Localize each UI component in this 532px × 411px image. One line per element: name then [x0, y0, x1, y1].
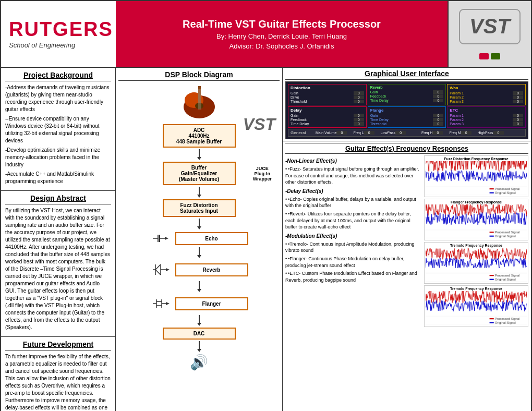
gui-waa-p2-label: Param 2	[450, 95, 463, 99]
gui-reverb-panel: Reverb Gain 0 Feedback 0 Time Delay 0	[368, 84, 446, 105]
gui-dist-gain: Gain 0	[291, 91, 364, 95]
future-body-text: To further improve the flexibility of th…	[5, 353, 111, 411]
freq-section: Guitar Effect(s) Frequency Responses -No…	[283, 141, 531, 329]
svg-marker-13	[165, 237, 168, 240]
gui-lowpass: LowPass 0	[381, 131, 406, 135]
dsp-block-diagram-title: DSP Block Diagram	[118, 70, 280, 81]
fuzz-desc: •Fuzz- Saturates input signal before goi…	[285, 166, 421, 186]
gui-fh-val: 0	[432, 131, 443, 135]
freq-title: Guitar Effect(s) Frequency Responses	[285, 143, 528, 154]
etc-chart-canvas	[426, 291, 527, 325]
middle-column: DSP Block Diagram VST	[116, 68, 283, 411]
gui-freq-h: Freq H 0	[421, 131, 443, 135]
gui-rev-td-label: Time Delay	[370, 99, 389, 102]
design-abstract-title: Design Abstract	[5, 194, 111, 204]
flanger-chart-title: Flanger Frequency Response	[426, 200, 527, 204]
gui-row-1: Distortion Gain 0 Drive 0 Threshold 0	[288, 84, 526, 105]
fuzz-chart-canvas	[426, 161, 527, 195]
gui-main-volume: Main Volume 0	[316, 131, 347, 135]
gui-del-timedelay: Time Delay 0	[291, 122, 364, 126]
reverb-label: Reverb	[203, 267, 221, 273]
buffer-label: BufferGain/Equalizer(Master Volume)	[179, 165, 219, 182]
reverb-box: Reverb	[175, 263, 248, 276]
flanger-chart: Flanger Frequency Response	[424, 199, 528, 240]
dsp-diagram: VST ADC44100Hz448 Sample Buffer BufferGa…	[118, 83, 280, 371]
project-background-title: Project Background	[5, 71, 111, 81]
gui-rev-gain-val: 0	[433, 90, 443, 94]
adc-label: ADC44100Hz448 Sample Buffer	[176, 127, 222, 144]
vst-logo-text: VST	[458, 8, 521, 50]
svg-marker-27	[166, 302, 170, 305]
poster-advisor: Advisor: Dr. Sophocles J. Orfanidis	[229, 42, 334, 50]
connector-6	[199, 315, 200, 323]
gui-waa-title: Waa	[450, 86, 523, 90]
echo-box: Echo	[175, 232, 248, 245]
gui-rev-feedback: Feedback 0	[370, 94, 444, 98]
header-title-block: Real-Time VST Guitar Effects Processor B…	[116, 1, 448, 67]
gui-distortion-panel: Distortion Gain 0 Drive 0 Threshold 0	[288, 84, 367, 105]
fuzz-chart: Fuzz Distortion Frequency Response	[424, 155, 528, 197]
gui-etc-p3-label: Param 3	[450, 122, 463, 126]
gui-etc-title: ETC	[450, 108, 523, 113]
connector-7	[199, 341, 200, 349]
gui-general-row: General Main Volume 0 Freq L 0 L	[291, 130, 523, 135]
gui-dist-drive: Drive 0	[291, 95, 364, 99]
speaker-icon: 🔊	[190, 354, 208, 371]
gui-dist-threshold-val: 0	[354, 100, 364, 103]
vst-diagram-label: VST	[243, 115, 275, 134]
dac-label: DAC	[194, 331, 205, 336]
gui-hp-label: HighPass	[478, 131, 493, 135]
gui-general-items-2: Freq H 0 Freq M 0 HighPass 0	[421, 130, 523, 135]
gui-highpass: HighPass 0	[478, 131, 504, 135]
etc-desc: •ETC- Custom Phase Modulation Effect bas…	[285, 270, 421, 283]
future-development-section: Future Development To further improve th…	[1, 337, 115, 411]
gui-fm-label: Freq M	[449, 131, 461, 135]
left-column: Project Background -Address the demands …	[1, 68, 116, 411]
gui-etc-panel: ETC Param 1 0 Param 2 0 Param 3 0	[447, 106, 526, 128]
svg-text:VST: VST	[469, 15, 512, 38]
echo-desc: •Echo- Copies original buffer, delays by…	[285, 196, 421, 209]
connector-2	[199, 187, 200, 195]
gui-rev-timedelay: Time Delay 0	[370, 99, 444, 102]
gui-del-feedback: Feedback 0	[291, 118, 364, 122]
fuzz-label: Fuzz Distortion Saturates Input	[180, 202, 218, 214]
fuzz-block-row: Fuzz Distortion Saturates Input	[163, 198, 236, 229]
freq-charts-col: Fuzz Distortion Frequency Response Flang…	[424, 155, 528, 327]
arrow-7	[197, 349, 201, 352]
gui-fl-td-val: 0	[433, 118, 443, 122]
gui-del-feedback-val: 0	[354, 118, 364, 122]
gui-hp-val: 0	[493, 131, 504, 135]
gui-etc-p1: Param 1 0	[450, 114, 523, 117]
gui-etc-p3: Param 3 0	[450, 122, 523, 126]
project-background-section: Project Background -Address the demands …	[1, 68, 115, 191]
reverb-row: Reverb	[150, 259, 248, 280]
nonlinear-title: -Non-Linear Effect(s)	[285, 158, 421, 165]
gui-del-td-label: Time Delay	[291, 122, 309, 126]
gui-reverb-title: Reverb	[370, 86, 444, 89]
gui-dist-gain-label: Gain	[291, 91, 298, 95]
flanger-chart-canvas	[426, 204, 527, 238]
plug-red	[479, 53, 489, 59]
gui-fl-threshold-label: Threshold	[370, 122, 386, 126]
gui-dist-drive-val: 0	[354, 95, 364, 99]
gui-flange-panel: Flange Gain 0 Time Delay 0 Threshold 0	[368, 106, 446, 128]
gui-dist-threshold-label: Threshold	[291, 100, 307, 103]
gui-mv-val: 0	[336, 131, 347, 135]
header: RUTGERS School of Engineering Real-Time …	[0, 0, 532, 68]
poster-authors: By: Henry Chen, Derrick Louie, Terri Hua…	[216, 32, 347, 40]
project-background-body: -Address the demands of traveling musici…	[5, 84, 111, 185]
design-body-text: By utilizing the VST-Host, we can intera…	[5, 207, 111, 331]
gui-waa-p3: Param 3 0	[450, 100, 523, 103]
rutgers-logo-text: RUTGERS	[9, 19, 113, 39]
gui-general-panel: General Main Volume 0 Freq L 0 L	[288, 129, 526, 137]
echo-row: Echo	[150, 231, 248, 246]
gui-del-gain-val: 0	[354, 114, 364, 117]
gui-mv-label: Main Volume	[316, 131, 336, 135]
gui-waa-p2-val: 0	[513, 95, 523, 99]
capacitor-echo-symbol	[150, 231, 171, 246]
gui-del-feedback-label: Feedback	[291, 118, 307, 122]
plug-green	[491, 53, 500, 59]
gui-fh-label: Freq H	[421, 131, 432, 135]
gui-waa-p1: Param 1 0	[450, 91, 523, 95]
etc-chart-title: Tremolo Frequency Response	[426, 287, 527, 291]
